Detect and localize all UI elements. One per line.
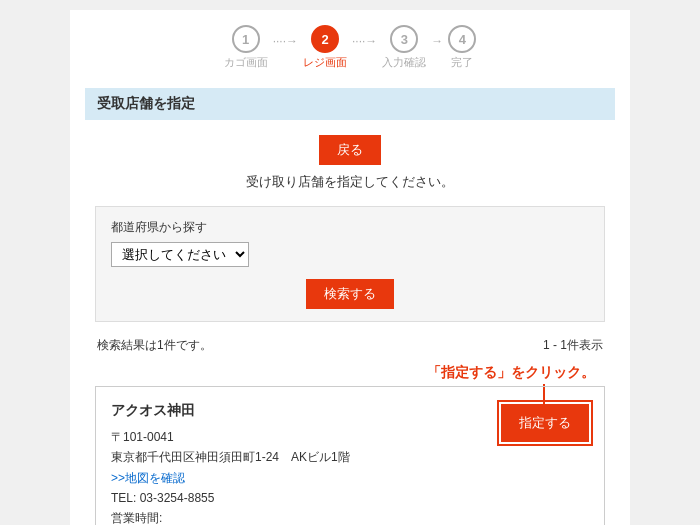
search-btn-row: 検索する: [111, 279, 589, 309]
step-4: 4 完了: [448, 25, 476, 70]
store-card: アクオス神田 〒101-0041 東京都千代田区神田須田町1-24 AKビル1階…: [95, 386, 605, 525]
store-name: アクオス神田: [111, 399, 350, 423]
step-2-circle: 2: [311, 25, 339, 53]
results-row: 検索結果は1件です。 1 - 1件表示: [95, 337, 605, 354]
step-3-label: 入力確認: [382, 55, 426, 70]
arrow-3: →: [431, 34, 443, 62]
back-btn-row: 戻る: [95, 135, 605, 165]
instruction-text: 受け取り店舗を指定してください。: [95, 173, 605, 191]
main-content: 戻る 受け取り店舗を指定してください。 都道府県から探す 選択してください 北海…: [85, 135, 615, 525]
store-tel: TEL: 03-3254-8855: [111, 488, 350, 508]
page-container: 1 カゴ画面 ····→ 2 レジ画面 ····→ 3 入力確認 → 4 完了 …: [70, 10, 630, 525]
step-3: 3 入力確認: [382, 25, 426, 70]
results-count: 検索結果は1件です。: [97, 337, 212, 354]
step-4-label: 完了: [451, 55, 473, 70]
step-2-label: レジ画面: [303, 55, 347, 70]
store-address: 東京都千代田区神田須田町1-24 AKビル1階: [111, 447, 350, 467]
step-1: 1 カゴ画面: [224, 25, 268, 70]
step-3-circle: 3: [390, 25, 418, 53]
step-2: 2 レジ画面: [303, 25, 347, 70]
annotation-wrap: 「指定する」をクリック。: [95, 364, 605, 382]
step-1-circle: 1: [232, 25, 260, 53]
arrow-1: ····→: [273, 34, 298, 62]
search-box: 都道府県から探す 選択してください 北海道 東京都 大阪府 検索する: [95, 206, 605, 322]
step-4-circle: 4: [448, 25, 476, 53]
prefecture-select[interactable]: 選択してください 北海道 東京都 大阪府: [111, 242, 249, 267]
results-range: 1 - 1件表示: [543, 337, 603, 354]
arrow-2: ····→: [352, 34, 377, 62]
step-indicator: 1 カゴ画面 ····→ 2 レジ画面 ····→ 3 入力確認 → 4 完了: [85, 25, 615, 70]
step-1-label: カゴ画面: [224, 55, 268, 70]
store-postal: 〒101-0041: [111, 427, 350, 447]
store-info: アクオス神田 〒101-0041 東京都千代田区神田須田町1-24 AKビル1階…: [111, 399, 350, 525]
search-label: 都道府県から探す: [111, 219, 589, 236]
store-hours-label: 営業時間:: [111, 508, 350, 525]
designate-button[interactable]: 指定する: [501, 404, 589, 442]
back-button[interactable]: 戻る: [319, 135, 381, 165]
store-map-link[interactable]: >>地図を確認: [111, 471, 185, 485]
annotation-text: 「指定する」をクリック。: [427, 364, 595, 382]
designate-btn-wrap: 指定する: [501, 399, 589, 442]
search-button[interactable]: 検索する: [306, 279, 394, 309]
section-title: 受取店舗を指定: [85, 88, 615, 120]
